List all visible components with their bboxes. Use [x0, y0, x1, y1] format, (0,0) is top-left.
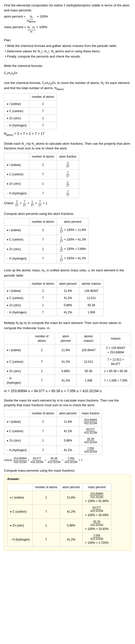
- zinc-atoms-1: 1: [29, 115, 57, 122]
- table-row: ● I (iodine) 2 11.8% 126.90447: [4, 287, 104, 294]
- t5-zinc: ● Zn (zinc): [4, 368, 29, 374]
- table-row: ● Zn (zinc) 1 5.88% 65.38410.32194× 100%…: [8, 518, 111, 532]
- t5-zinc-amass: 65.38: [77, 368, 100, 374]
- answer-label: Answer:: [7, 476, 128, 482]
- t4-hydrogen-pct: 41.2%: [57, 309, 79, 316]
- t5-hydrogen-pct: 41.2%: [55, 374, 77, 386]
- t3-zinc-atoms: 1: [29, 244, 57, 254]
- t7-iodine: ● I (iodine): [8, 491, 33, 504]
- table-row: ● I (iodine) 2 217: [4, 160, 79, 170]
- t3-col2: atom percent: [57, 218, 88, 226]
- t6-carbon-atoms: 7: [29, 426, 57, 436]
- table6-caption: Divide the mass for each element by m to…: [4, 398, 131, 408]
- t7-carbon: ● C (carbon): [8, 505, 33, 518]
- table7-caption: Compute mass percents using the mass fra…: [4, 468, 131, 473]
- t5-carbon: ● C (carbon): [4, 356, 29, 368]
- t7-hydrogen-atoms: 7: [32, 532, 60, 546]
- t2-zinc: ● Zn (zinc): [4, 179, 29, 188]
- table1-col0-header: [4, 93, 29, 100]
- t3-zinc: ● Zn (zinc): [4, 244, 29, 254]
- t2-zinc-frac: 117: [57, 179, 79, 188]
- table1-col1-header: number of atoms: [29, 93, 57, 100]
- t6-col3: mass fraction: [79, 410, 102, 417]
- table4-section: Look up the atomic mass, mi, in unified …: [4, 268, 131, 316]
- t5-col1: number of atoms: [29, 332, 55, 344]
- table-row: ○ H (hydrogen) 7 41.2% 7.056410.32194: [4, 446, 102, 455]
- t6-iodine-pct: 11.8%: [57, 417, 79, 426]
- plan-item-1: Write the chemical formula and gather at…: [4, 44, 131, 48]
- table-row: ● C (carbon) 7 41.2% 84.077410.32194× 10…: [8, 505, 111, 518]
- t7-iodine-pct: 11.8%: [60, 491, 82, 504]
- table1: number of atoms ● I (iodine) 2 ● C (carb…: [4, 93, 57, 129]
- table-row: ● C (carbon) 7 41.2% 84.077410.32194: [4, 426, 102, 436]
- t2-hydrogen: ○ H (hydrogen): [4, 188, 29, 198]
- table6-check: Check: 253.80894410.32194 + 84.077410.32…: [4, 457, 131, 464]
- table7: number of atoms atom percent mass percen…: [7, 484, 111, 547]
- table-row: ● Zn (zinc) 1 117: [4, 179, 79, 188]
- t5-carbon-mass: 7 × 12.011 = 84.077: [100, 356, 131, 368]
- table-row: ● I (iodine) 2 11.8% 253.80894410.32194×…: [8, 491, 111, 504]
- table3-section: Compute atom percents using the atom fra…: [4, 211, 131, 264]
- table1-section: Use the chemical formula, C7H7I2Zn, to c…: [4, 80, 131, 137]
- t5-carbon-amass: 12.011: [77, 356, 100, 368]
- t4-zinc-atoms: 1: [29, 302, 57, 309]
- t2-iodine-atoms: 2: [29, 160, 57, 170]
- t7-col2: atom percent: [60, 484, 82, 491]
- hydrogen-atoms-1: 7: [29, 122, 57, 129]
- t4-zinc: ● Zn (zinc): [4, 302, 29, 309]
- table-row: ● I (iodine) 2 11.8% 253.80894410.32194: [4, 417, 102, 426]
- t2-col1: number of atoms: [29, 153, 57, 160]
- table-row: ● C (carbon) 7 41.2% 12.011: [4, 294, 104, 302]
- t6-zinc-pct: 5.88%: [57, 436, 79, 445]
- t5-iodine-mass: 2 × 126.90447= 253.80894: [100, 344, 131, 356]
- t7-zinc-mpct: 65.38410.32194× 100% = 15.93%: [82, 518, 111, 532]
- element-carbon-1: ● C (carbon): [4, 108, 29, 115]
- t4-col0: [4, 280, 29, 287]
- t4-zinc-pct: 5.88%: [57, 302, 79, 309]
- t7-col3: mass percent: [82, 484, 111, 491]
- t7-carbon-atoms: 7: [32, 505, 60, 518]
- table-row: ● C (carbon) 7 717 × 100% = 41.2%: [4, 235, 89, 244]
- t6-col2: atom percent: [57, 410, 79, 417]
- plan-item-3: Finally, compute the percents and check …: [4, 54, 131, 59]
- t4-col1: number of atoms: [29, 280, 57, 287]
- table-row: ● I (iodine) 2 217 × 100% = 11.8%: [4, 226, 89, 235]
- t6-iodine-frac: 253.80894410.32194: [79, 417, 102, 426]
- table-row: ● Zn (zinc) 1 117 × 100% = 5.88%: [4, 244, 89, 254]
- t4-zinc-mass: 65.38: [79, 302, 103, 309]
- t5-iodine-amass: 126.90447: [77, 344, 100, 356]
- table4: number of atoms atom percent atomic mass…: [4, 280, 104, 316]
- t4-hydrogen-mass: 1.008: [79, 309, 103, 316]
- table3: number of atoms atom percent ● I (iodine…: [4, 218, 89, 264]
- t6-zinc-frac: 65.38410.32194: [79, 436, 102, 445]
- table2-check: Check: 217 + 717 + 117 + 717 = 1: [4, 200, 131, 207]
- chemical-formula-display: C7H7I2Zn: [4, 70, 131, 76]
- t5-col2: atom percent: [55, 332, 77, 344]
- table2: number of atoms atom fraction ● I (iodin…: [4, 153, 79, 198]
- element-zinc-1: ● Zn (zinc): [4, 115, 29, 122]
- carbon-atoms-1: 7: [29, 108, 57, 115]
- t5-carbon-pct: 41.2%: [55, 356, 77, 368]
- table2-caption: Divide each N_i by N_atoms to calculate …: [4, 141, 131, 151]
- t3-col1: number of atoms: [29, 218, 57, 226]
- t6-col0: [4, 410, 29, 417]
- t3-hydrogen: ○ H (hydrogen): [4, 254, 29, 263]
- t3-zinc-pct: 117 × 100% = 5.88%: [57, 244, 88, 254]
- t4-col3: atomic mass/u: [79, 280, 103, 287]
- t2-hydrogen-atoms: 7: [29, 188, 57, 198]
- t6-col1: number of atoms: [29, 410, 57, 417]
- element-hydrogen-1: ○ H (hydrogen): [4, 122, 29, 129]
- t2-col2: atom fraction: [57, 153, 79, 160]
- table-row: ● I (iodine) 2 11.8% 126.90447 2 × 126.9…: [4, 344, 131, 356]
- t6-carbon: ● C (carbon): [4, 426, 29, 436]
- table-row: ● C (carbon) 7: [4, 108, 57, 115]
- table-row: ○ H (hydrogen) 7 41.2% 1.008 7 × 1.008 =…: [4, 374, 131, 386]
- t4-carbon-atoms: 7: [29, 294, 57, 302]
- table-row: ○ H (hydrogen) 7 41.2% 7.056410.32194× 1…: [8, 532, 111, 546]
- table-row: ○ H (hydrogen) 7 717 × 100% = 41.2%: [4, 254, 89, 263]
- table-row: ● Zn (zinc) 1: [4, 115, 57, 122]
- t7-zinc-pct: 5.88%: [60, 518, 82, 532]
- table5-section: Multiply Ni by mi to compute the mass fo…: [4, 320, 131, 394]
- element-iodine-1: ● I (iodine): [4, 100, 29, 108]
- t2-carbon-frac: 717: [57, 170, 79, 179]
